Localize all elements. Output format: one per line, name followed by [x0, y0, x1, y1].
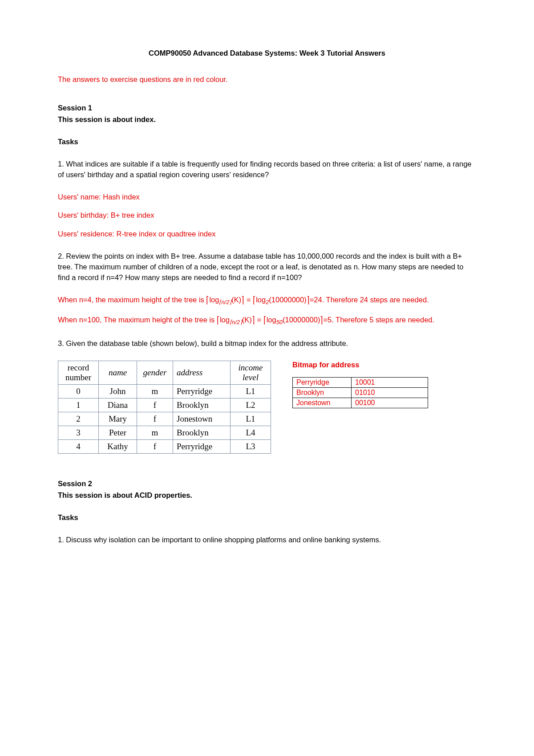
table-cell: m — [137, 426, 173, 439]
table-row: 3PetermBrooklynL4 — [58, 426, 271, 439]
th-gender: gender — [137, 361, 173, 384]
log-text: log — [256, 296, 266, 304]
table-row: 4KathyfPerryridgeL3 — [58, 439, 271, 453]
q2-answer-line2: When n=100, The maximum height of the tr… — [58, 315, 476, 327]
bitmap-key: Brooklyn — [293, 387, 352, 398]
bitmap-title: Bitmap for address — [292, 361, 428, 369]
q2a1-post: =24. Therefore 24 steps are needed. — [310, 296, 429, 304]
intro-note: The answers to exercise questions are in… — [58, 74, 476, 85]
table-row: 0JohnmPerryridgeL1 — [58, 384, 271, 398]
table-cell: L2 — [231, 398, 271, 412]
table-row: Jonestown00100 — [293, 398, 428, 408]
th-address: address — [173, 361, 231, 384]
table-cell: Brooklyn — [173, 426, 231, 439]
log-text: log — [267, 316, 276, 324]
session2-heading: Session 2 — [58, 479, 476, 489]
ceil-right-icon: ⌉ — [307, 294, 310, 307]
table-cell: Mary — [99, 412, 137, 426]
ceil-right-icon: ⌉ — [320, 314, 323, 327]
bitmap-table: Perryridge10001Brooklyn01010Jonestown001… — [292, 377, 428, 408]
table-cell: 3 — [58, 426, 99, 439]
bitmap-key: Jonestown — [293, 398, 352, 408]
table-cell: 0 — [58, 384, 99, 398]
table-cell: Diana — [99, 398, 137, 412]
tasks-label-1: Tasks — [58, 137, 476, 147]
table-cell: L1 — [231, 412, 271, 426]
tables-row: record number name gender address income… — [58, 361, 476, 454]
log-sub-3: ⌈n/2⌉ — [230, 319, 242, 325]
q2a2-post: =5. Therefore 5 steps are needed. — [323, 316, 434, 324]
table-cell: f — [137, 412, 173, 426]
q2a2-pre: When n=100, The maximum height of the tr… — [58, 316, 217, 324]
bitmap-key: Perryridge — [293, 377, 352, 387]
log-arg-2: (10000000) — [269, 296, 306, 304]
table-cell: L3 — [231, 439, 271, 453]
q2-text: 2. Review the points on index with B+ tr… — [58, 251, 476, 283]
table-cell: Brooklyn — [173, 398, 231, 412]
bitmap-section: Bitmap for address Perryridge10001Brookl… — [292, 361, 428, 408]
page-title: COMP90050 Advanced Database Systems: Wee… — [58, 49, 476, 57]
log-sub-4: 50 — [276, 319, 283, 325]
table-cell: 1 — [58, 398, 99, 412]
q1-answer-line2: Users' birthday: B+ tree index — [58, 210, 476, 221]
ceil-left-icon: ⌈ — [217, 314, 220, 327]
log-text: log — [209, 296, 219, 304]
table-row: 1DianafBrooklynL2 — [58, 398, 271, 412]
tasks-label-2: Tasks — [58, 512, 476, 523]
table-cell: Jonestown — [173, 412, 231, 426]
q1-answer-line1: Users' name: Hash index — [58, 192, 476, 203]
log-arg-1: (K) — [231, 296, 241, 304]
q2-answer-line1: When n=4, the maximum height of the tree… — [58, 295, 476, 307]
ceil-left-icon: ⌈ — [263, 314, 267, 327]
table-cell: L4 — [231, 426, 271, 439]
table-row: Brooklyn01010 — [293, 387, 428, 398]
q3-text: 3. Given the database table (shown below… — [58, 338, 476, 349]
th-income: income level — [231, 361, 271, 384]
ceil-left-icon: ⌈ — [206, 294, 209, 307]
bitmap-value: 01010 — [352, 387, 428, 398]
ceil-right-icon: ⌉ — [252, 314, 255, 327]
bitmap-value: 10001 — [352, 377, 428, 387]
table-cell: Kathy — [99, 439, 137, 453]
q1-answer-line3: Users' residence: R-tree index or quadtr… — [58, 229, 476, 240]
q2a2-mid: = — [255, 316, 263, 324]
log-text: log — [220, 316, 230, 324]
q1-text: 1. What indices are suitable if a table … — [58, 159, 476, 180]
ceil-right-icon: ⌉ — [241, 294, 244, 307]
table-cell: 2 — [58, 412, 99, 426]
table-cell: L1 — [231, 384, 271, 398]
table-cell: f — [137, 398, 173, 412]
table-row: 2MaryfJonestownL1 — [58, 412, 271, 426]
th-record: record number — [58, 361, 99, 384]
table-cell: Peter — [99, 426, 137, 439]
q2a1-mid: = — [244, 296, 253, 304]
th-name: name — [99, 361, 137, 384]
table-cell: m — [137, 384, 173, 398]
table-cell: 4 — [58, 439, 99, 453]
document-page: COMP90050 Advanced Database Systems: Wee… — [0, 0, 534, 756]
table-cell: Perryridge — [173, 384, 231, 398]
table-row: Perryridge10001 — [293, 377, 428, 387]
table-header-row: record number name gender address income… — [58, 361, 271, 384]
ceil-left-icon: ⌈ — [253, 294, 256, 307]
log-arg-3: (K) — [242, 316, 252, 324]
session2-subheading: This session is about ACID properties. — [58, 490, 476, 501]
session1-heading: Session 1 — [58, 103, 476, 114]
table-cell: f — [137, 439, 173, 453]
table-cell: Perryridge — [173, 439, 231, 453]
log-arg-4: (10000000) — [283, 316, 320, 324]
bitmap-value: 00100 — [352, 398, 428, 408]
s2-q1-text: 1. Discuss why isolation can be importan… — [58, 535, 476, 545]
q2a1-pre: When n=4, the maximum height of the tree… — [58, 296, 206, 304]
table-cell: John — [99, 384, 137, 398]
log-sub-1: ⌈n/2⌉ — [219, 299, 231, 305]
session1-subheading: This session is about index. — [58, 114, 476, 125]
records-table: record number name gender address income… — [58, 361, 271, 454]
